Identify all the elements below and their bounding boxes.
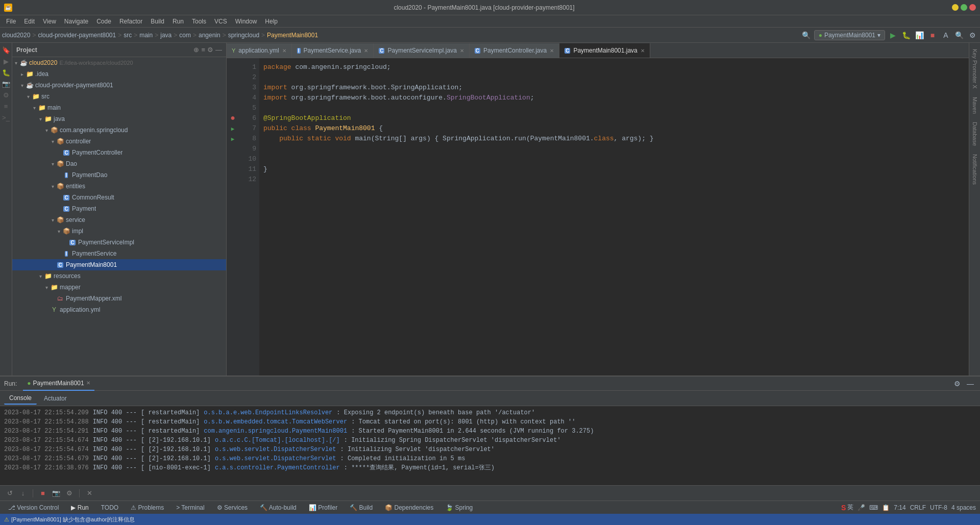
folder-arrow-src[interactable]: [24, 93, 32, 100]
tree-item-impl[interactable]: 📦impl: [12, 226, 226, 237]
tree-item-idea[interactable]: 📁.idea: [12, 68, 226, 80]
status-tab-run[interactable]: ▶ Run: [67, 501, 92, 514]
folder-arrow-controller[interactable]: [49, 138, 56, 145]
status-tab-profiler[interactable]: 📊 Profiler: [305, 501, 341, 514]
panel-settings-btn[interactable]: ⚙: [207, 46, 213, 54]
tree-item-Dao[interactable]: 📦Dao: [12, 158, 226, 169]
tree-item-PaymentDao[interactable]: IPaymentDao: [12, 169, 226, 181]
status-tab-dependencies[interactable]: 📦 Dependencies: [381, 501, 437, 514]
tree-item-PaymentMain8001[interactable]: CPaymentMain8001: [12, 259, 226, 270]
tab-close-PaymentService.java[interactable]: ✕: [364, 48, 368, 54]
tree-item-payment8001[interactable]: ☕cloud-provider-payment8001: [12, 80, 226, 91]
tab-close-application.yml[interactable]: ✕: [282, 48, 286, 54]
debug-dot-6[interactable]: ●: [230, 114, 235, 122]
right-panel-maven[interactable]: Maven: [970, 93, 980, 118]
settings-btn[interactable]: ⚙: [967, 30, 978, 41]
tree-item-entities[interactable]: 📦entities: [12, 181, 226, 192]
right-panel-key-promoter[interactable]: Key Promoter X: [970, 45, 980, 93]
folder-arrow-impl[interactable]: [55, 228, 62, 235]
menu-item-window[interactable]: Window: [231, 15, 261, 28]
tree-item-com.angenin.springcloud[interactable]: 📦com.angenin.springcloud: [12, 124, 226, 136]
menu-item-vcs[interactable]: VCS: [210, 15, 231, 28]
run-settings-btn[interactable]: ⚙: [951, 378, 963, 389]
breadcrumb-com[interactable]: com: [179, 32, 191, 39]
menu-item-build[interactable]: Build: [146, 15, 168, 28]
folder-arrow-cloud2020[interactable]: [12, 59, 19, 66]
run-tab-paymentmain[interactable]: ● PaymentMain8001 ✕: [23, 377, 94, 391]
tree-item-main[interactable]: 📁main: [12, 102, 226, 113]
panel-collapse-btn[interactable]: ≡: [201, 46, 205, 54]
run-arrow-8[interactable]: ▶: [231, 136, 235, 142]
panel-sync-btn[interactable]: ⊕: [193, 46, 199, 54]
status-keyboard[interactable]: ⌨: [869, 504, 878, 511]
breadcrumb-springcloud[interactable]: springcloud: [228, 32, 259, 39]
find-btn[interactable]: 🔍: [953, 30, 965, 41]
tree-item-controller[interactable]: 📦controller: [12, 136, 226, 147]
close-button[interactable]: [969, 4, 976, 11]
tree-item-Payment[interactable]: CPayment: [12, 203, 226, 214]
bt-close[interactable]: ✕: [84, 488, 95, 499]
tab-close-PaymentMain8001.java[interactable]: ✕: [641, 48, 645, 54]
status-table[interactable]: 📋: [882, 504, 890, 511]
bt-stop[interactable]: ■: [37, 488, 48, 499]
tab-close-PaymentServiceImpl.java[interactable]: ✕: [460, 48, 464, 54]
tab-close-PaymentController.java[interactable]: ✕: [550, 48, 554, 54]
menu-item-edit[interactable]: Edit: [20, 15, 39, 28]
menu-item-help[interactable]: Help: [261, 15, 282, 28]
breadcrumb-angenin[interactable]: angenin: [199, 32, 220, 39]
bt-scroll-end[interactable]: ↓: [17, 488, 29, 499]
folder-arrow-Dao[interactable]: [49, 160, 56, 167]
breadcrumb-module[interactable]: cloud-provider-payment8001: [38, 32, 116, 39]
translate-btn[interactable]: A: [940, 30, 951, 41]
menu-item-refactor[interactable]: Refactor: [115, 15, 146, 28]
status-tab-build[interactable]: 🔨 Build: [346, 501, 377, 514]
tree-item-PaymentMapper.xml[interactable]: 🗂PaymentMapper.xml: [12, 293, 226, 304]
run-btn[interactable]: ▶: [887, 30, 898, 41]
minimize-button[interactable]: [952, 4, 959, 11]
stop-btn[interactable]: ■: [927, 30, 938, 41]
folder-arrow-mapper[interactable]: [43, 284, 50, 291]
status-charset[interactable]: UTF-8: [930, 504, 947, 511]
editor-tab-PaymentService.java[interactable]: IPaymentService.java✕: [292, 43, 374, 58]
folder-arrow-resources[interactable]: [37, 272, 44, 280]
breadcrumb-main[interactable]: main: [139, 32, 153, 39]
debug-btn[interactable]: 🐛: [900, 30, 912, 41]
code-content[interactable]: package com.angenin.springcloud; import …: [259, 58, 969, 376]
tree-item-application.yml[interactable]: Yapplication.yml: [12, 304, 226, 315]
menu-item-run[interactable]: Run: [168, 15, 188, 28]
status-sougou[interactable]: S 英: [841, 503, 853, 512]
tree-item-PaymentServiceImpl[interactable]: CPaymentServiceImpl: [12, 237, 226, 248]
folder-arrow-main[interactable]: [31, 104, 38, 111]
editor-tab-PaymentController.java[interactable]: CPaymentController.java✕: [470, 43, 559, 58]
menu-item-code[interactable]: Code: [92, 15, 115, 28]
tree-item-java[interactable]: 📁java: [12, 113, 226, 124]
folder-arrow-entities[interactable]: [49, 183, 56, 190]
status-tab-services[interactable]: ⚙ Services: [213, 501, 252, 514]
breadcrumb-java[interactable]: java: [160, 32, 172, 39]
right-panel-database[interactable]: Database: [970, 118, 980, 150]
status-mic[interactable]: 🎤: [857, 504, 865, 511]
editor-tab-application.yml[interactable]: Yapplication.yml✕: [227, 43, 292, 58]
code-editor[interactable]: ● ▶ ▶ 123456789101112 package com.angeni…: [227, 58, 969, 376]
breadcrumb-project[interactable]: cloud2020: [2, 32, 30, 39]
menu-item-navigate[interactable]: Navigate: [60, 15, 92, 28]
left-icon-debug[interactable]: 🐛: [1, 67, 11, 78]
status-spaces[interactable]: 4 spaces: [951, 504, 976, 511]
bt-camera[interactable]: 📷: [51, 488, 62, 499]
tree-item-src[interactable]: 📁src: [12, 91, 226, 102]
status-tab-todo[interactable]: TODO: [97, 501, 122, 514]
menu-item-tools[interactable]: Tools: [188, 15, 210, 28]
tree-item-PaymentController[interactable]: CPaymentController: [12, 147, 226, 158]
menu-item-view[interactable]: View: [39, 15, 60, 28]
left-icon-bookmark[interactable]: 🔖: [1, 45, 11, 55]
status-tab-version-control[interactable]: ⎇ Version Control: [4, 501, 63, 514]
tree-item-resources[interactable]: 📁resources: [12, 270, 226, 282]
editor-tab-PaymentServiceImpl.java[interactable]: CPaymentServiceImpl.java✕: [374, 43, 470, 58]
left-icon-settings2[interactable]: ⚙: [1, 90, 11, 100]
folder-arrow-java[interactable]: [37, 115, 44, 122]
tree-item-PaymentService[interactable]: IPaymentService: [12, 248, 226, 259]
editor-tab-PaymentMain8001.java[interactable]: CPaymentMain8001.java✕: [559, 43, 650, 58]
menu-item-file[interactable]: File: [2, 15, 20, 28]
search-toolbar-btn[interactable]: 🔍: [801, 30, 812, 41]
status-crlf[interactable]: CRLF: [910, 504, 926, 511]
